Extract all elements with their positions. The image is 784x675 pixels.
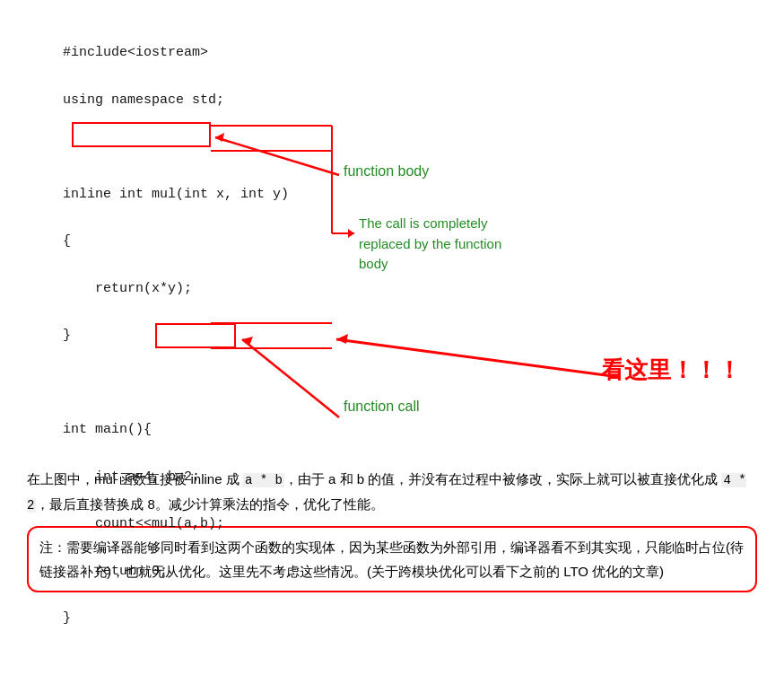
call-replaced-label: The call is completely replaced by the f… [359, 214, 501, 275]
code-line-11: count<<mul(a,b); [63, 516, 224, 531]
code-line-5: { [63, 233, 71, 249]
code-line-1: #include<iostream> [63, 45, 208, 60]
code-line-9: int main(){ [63, 422, 152, 437]
code-line-12: return 0; [63, 564, 168, 579]
look-here-label: 看这里！！！ [601, 355, 741, 386]
code-line-6: return(x*y); [63, 281, 192, 296]
code-line-13: } [63, 610, 71, 626]
code-line-7: } [63, 328, 71, 343]
svg-marker-12 [336, 334, 348, 344]
function-call-label: function call [344, 399, 420, 415]
code-line-2: using namespace std; [63, 92, 224, 108]
function-body-label: function body [344, 163, 429, 180]
svg-line-11 [336, 339, 619, 377]
diagram-area: #include<iostream> using namespace std; … [27, 18, 757, 449]
svg-marker-6 [348, 229, 354, 238]
code-line-4: inline int mul(int x, int y) [63, 187, 289, 202]
code-line-10: int a=4, b=2; [63, 469, 200, 485]
code-block: #include<iostream> using namespace std; … [63, 18, 289, 654]
